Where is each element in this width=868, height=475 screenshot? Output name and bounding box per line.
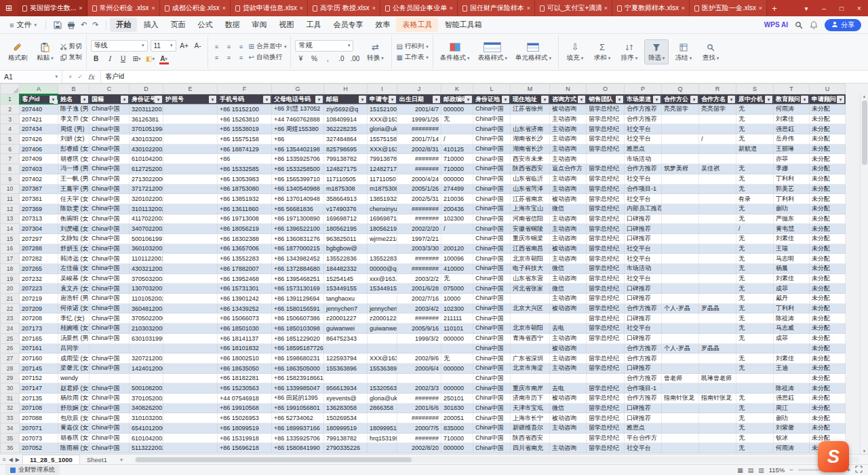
cell[interactable]: 18056219 5	[368, 224, 397, 234]
cell[interactable]: 未分配	[810, 174, 846, 184]
cell[interactable]: 严循东	[774, 214, 810, 224]
cell[interactable]: 207145	[20, 363, 58, 373]
cell[interactable]: /	[441, 224, 473, 234]
cell[interactable]: 主动咨询	[550, 144, 587, 154]
cell[interactable]: guiwanwei	[368, 324, 397, 334]
row-header[interactable]: 10	[1, 184, 20, 194]
cell[interactable]: bgbgbow@	[324, 244, 368, 254]
cell[interactable]: 王丽琳	[774, 144, 810, 154]
font-size-select[interactable]: 11▾	[151, 40, 176, 52]
cell[interactable]: 211111	[441, 314, 473, 324]
underline-button[interactable]: U	[118, 54, 129, 64]
cell[interactable]	[662, 403, 699, 413]
cell[interactable]: China中国	[90, 303, 130, 314]
bold-button[interactable]: B	[91, 54, 102, 64]
cell[interactable]: #######	[397, 254, 441, 264]
cell[interactable]	[662, 144, 699, 154]
cell[interactable]: 未分配	[810, 393, 846, 403]
cell[interactable]: 留学总经纪	[587, 214, 625, 224]
cell[interactable]: 西安市未来	[511, 154, 550, 164]
cell[interactable]: +86 15575158	[218, 134, 272, 145]
cell[interactable]: 835000	[441, 423, 473, 434]
cell[interactable]: 18099951 9	[368, 423, 397, 434]
cell[interactable]: China中国	[473, 244, 511, 254]
row-header[interactable]: 26	[1, 343, 20, 354]
cell[interactable]: +86 15263810	[218, 114, 272, 124]
cell[interactable]: 未分配	[810, 233, 846, 244]
cell[interactable]: 主动咨询	[550, 154, 587, 164]
cell[interactable]	[163, 403, 218, 413]
next-sheet-icon[interactable]: ▶	[16, 457, 20, 463]
cell[interactable]: 301830	[441, 403, 473, 413]
cell[interactable]: 153449155	[324, 284, 368, 294]
cell[interactable]: China中国	[90, 164, 130, 174]
cell[interactable]: 210036	[441, 194, 473, 204]
document-tab[interactable]: 常州公积金 .xlsx×	[87, 0, 160, 16]
cell[interactable]: 社交平台	[625, 443, 662, 453]
tab-close-icon[interactable]: ×	[372, 5, 376, 12]
cell[interactable]	[699, 363, 736, 373]
cell[interactable]: 王迪	[774, 363, 810, 373]
conditional-format-button[interactable]: 条件格式▾	[437, 40, 473, 64]
sheet-tab[interactable]: Sheet1	[80, 455, 114, 465]
cell[interactable]: 未分配	[810, 303, 846, 314]
cell[interactable]: 陈子逸 (男	[58, 104, 90, 115]
share-button[interactable]: 分享	[825, 19, 861, 31]
cell[interactable]: China中国	[90, 214, 130, 224]
cell[interactable]: 留学总经纪	[587, 403, 625, 413]
cell[interactable]: China中国	[473, 433, 511, 443]
cell[interactable]: 102300	[441, 214, 473, 224]
cell[interactable]: 2002/7/16	[397, 294, 441, 304]
cell[interactable]	[662, 354, 699, 364]
document-tab[interactable]: 宁夏教师样本.xlsx×	[612, 0, 690, 16]
cell[interactable]: 左佳薇 (女	[58, 264, 90, 274]
cell[interactable]: China中国	[473, 273, 511, 284]
cell[interactable]: 34082620010606002 0	[130, 403, 163, 413]
cell[interactable]: 207409	[20, 154, 58, 164]
cell[interactable]: 成菲	[774, 284, 810, 294]
cell[interactable]: 刘素佳	[774, 273, 810, 284]
cell[interactable]: 180562195	[324, 224, 368, 234]
cell[interactable]: +86 1391129694	[272, 294, 324, 304]
cell[interactable]	[511, 373, 550, 383]
cell[interactable]: 207426	[20, 134, 58, 145]
cell[interactable]: 32010220020531242 X	[130, 194, 163, 204]
cell[interactable]	[662, 184, 699, 194]
chevron-down-icon[interactable]: ▾	[797, 0, 815, 16]
cell[interactable]	[163, 443, 218, 453]
column-header[interactable]: D	[130, 84, 163, 94]
cell[interactable]: 13552283 6	[368, 254, 397, 264]
cell[interactable]: 799138782	[324, 433, 368, 443]
cell[interactable]: 成雨莹 (女	[58, 354, 90, 364]
cell[interactable]	[662, 413, 699, 423]
cell[interactable]: 强思鈺	[774, 124, 810, 134]
comma-format-button[interactable]: ,	[322, 54, 333, 64]
cell[interactable]: 舒妍玉 (女	[58, 244, 90, 254]
cancel-icon[interactable]: ×	[68, 73, 72, 80]
cell[interactable]: +86 18501030	[218, 324, 272, 334]
cell[interactable]: +86	[272, 134, 324, 145]
filter-button[interactable]: ▾	[389, 96, 396, 103]
cell[interactable]: 四川省南充	[511, 443, 550, 453]
cell[interactable]: 北京市朝阳	[511, 324, 550, 334]
cell[interactable]	[368, 244, 397, 254]
maximize-button[interactable]: □	[833, 0, 850, 16]
cell[interactable]: 无	[736, 294, 774, 304]
cell[interactable]: China中国	[90, 333, 130, 343]
cell[interactable]: ########	[397, 413, 441, 423]
cell[interactable]: 蒯玏	[774, 204, 810, 214]
cell[interactable]: gloria@uk	[368, 393, 397, 403]
cell[interactable]: 无	[736, 333, 774, 343]
cell[interactable]	[368, 343, 397, 354]
save-button[interactable]	[54, 21, 62, 29]
cell[interactable]: v17490376	[324, 204, 368, 214]
page-layout-view-icon[interactable]: ▤	[748, 467, 754, 474]
cell[interactable]	[699, 294, 736, 304]
cell[interactable]	[163, 324, 218, 334]
cell[interactable]: 未分配	[810, 114, 846, 124]
cell[interactable]: 留学总经纪	[587, 194, 625, 204]
row-header[interactable]: 22	[1, 303, 20, 314]
cell[interactable]	[662, 423, 699, 434]
cell[interactable]	[662, 233, 699, 244]
cell[interactable]: 梁馨元 (女	[58, 363, 90, 373]
